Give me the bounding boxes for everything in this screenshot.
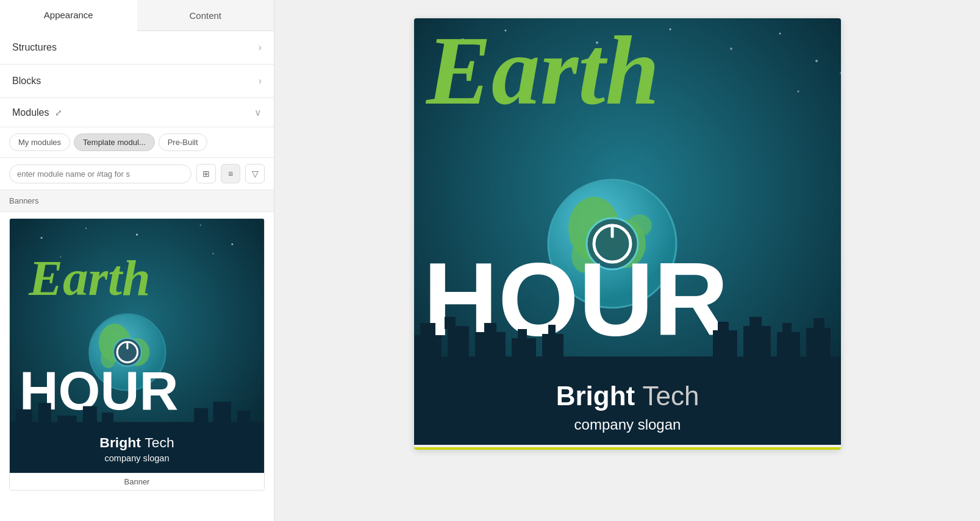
modules-row: Modules ⤢ ∨: [0, 98, 274, 127]
svg-text:Bright Tech: Bright Tech: [99, 434, 174, 450]
svg-rect-23: [194, 408, 208, 425]
svg-text:Earth: Earth: [28, 250, 150, 306]
structures-row[interactable]: Structures ›: [0, 31, 274, 65]
banner-item-label: Banner: [10, 473, 264, 490]
svg-rect-65: [782, 323, 792, 334]
svg-rect-22: [102, 413, 113, 425]
svg-point-2: [85, 228, 87, 229]
svg-rect-52: [448, 326, 469, 360]
svg-rect-50: [414, 335, 442, 360]
svg-rect-55: [484, 323, 496, 335]
banners-section-label: Banners: [0, 190, 274, 212]
svg-rect-19: [38, 403, 51, 425]
banner-preview[interactable]: Earth HOUR: [414, 18, 841, 450]
module-grid: Earth HOUR: [0, 212, 274, 521]
svg-text:Bright Tech: Bright Tech: [556, 381, 699, 411]
banner-module-item[interactable]: Earth HOUR: [9, 218, 265, 491]
left-panel: Appearance Content Structures › Blocks ›…: [0, 0, 274, 521]
module-tabs: My modules Template modul... Pre-Built: [0, 127, 274, 158]
search-input[interactable]: [9, 165, 191, 183]
template-modules-tab[interactable]: Template modul...: [74, 133, 155, 151]
modules-left: Modules ⤢: [12, 107, 62, 118]
svg-rect-58: [542, 334, 563, 360]
svg-point-1: [41, 237, 43, 239]
modules-chevron-down-icon[interactable]: ∨: [254, 107, 262, 118]
banner-thumbnail: Earth HOUR: [10, 219, 264, 473]
banner-preview-container: Earth HOUR: [414, 18, 841, 450]
pre-built-tab[interactable]: Pre-Built: [159, 133, 207, 151]
svg-point-33: [730, 48, 732, 50]
grid-icon: ⊞: [202, 169, 210, 179]
svg-text:Earth: Earth: [425, 18, 659, 125]
list-view-button[interactable]: ≡: [221, 164, 240, 183]
svg-point-4: [200, 224, 201, 225]
svg-point-5: [231, 243, 233, 245]
search-row: ⊞ ≡ ▽: [0, 158, 274, 190]
svg-rect-18: [16, 409, 32, 425]
svg-rect-53: [445, 317, 456, 329]
svg-rect-62: [743, 326, 771, 360]
structures-label: Structures: [12, 42, 57, 53]
grid-view-button[interactable]: ⊞: [196, 164, 216, 183]
svg-rect-20: [57, 416, 76, 425]
modules-label: Modules: [12, 107, 49, 118]
structures-chevron-right-icon: ›: [259, 42, 262, 53]
svg-rect-24: [213, 402, 231, 425]
svg-point-34: [779, 33, 781, 35]
svg-rect-63: [749, 317, 762, 329]
svg-text:company slogan: company slogan: [574, 416, 681, 433]
svg-rect-56: [512, 338, 536, 360]
svg-text:company slogan: company slogan: [104, 453, 169, 463]
blocks-chevron-right-icon: ›: [259, 76, 262, 87]
svg-rect-54: [475, 332, 506, 360]
svg-rect-66: [806, 328, 831, 360]
svg-point-37: [797, 91, 799, 93]
svg-rect-59: [548, 325, 556, 336]
list-icon: ≡: [228, 169, 233, 179]
tab-appearance[interactable]: Appearance: [0, 0, 137, 31]
blocks-label: Blocks: [12, 76, 41, 87]
svg-text:HOUR: HOUR: [423, 241, 729, 357]
svg-rect-60: [713, 330, 737, 360]
svg-point-3: [136, 233, 138, 235]
expand-icon[interactable]: ⤢: [55, 108, 62, 118]
svg-rect-57: [518, 329, 527, 341]
svg-rect-61: [718, 322, 729, 333]
svg-point-7: [213, 253, 214, 254]
yellow-accent-bar: [414, 447, 841, 450]
svg-rect-21: [83, 406, 97, 425]
tab-content[interactable]: Content: [137, 0, 274, 30]
svg-rect-25: [237, 411, 250, 425]
filter-button[interactable]: ▽: [245, 164, 265, 183]
svg-rect-67: [814, 318, 824, 330]
blocks-row[interactable]: Blocks ›: [0, 65, 274, 98]
svg-rect-64: [777, 332, 800, 360]
filter-icon: ▽: [252, 169, 259, 179]
svg-point-32: [669, 29, 671, 30]
tab-bar: Appearance Content: [0, 0, 274, 31]
svg-rect-51: [420, 323, 435, 338]
my-modules-tab[interactable]: My modules: [9, 133, 70, 151]
svg-point-35: [815, 60, 818, 62]
right-area: Earth HOUR: [274, 0, 980, 521]
